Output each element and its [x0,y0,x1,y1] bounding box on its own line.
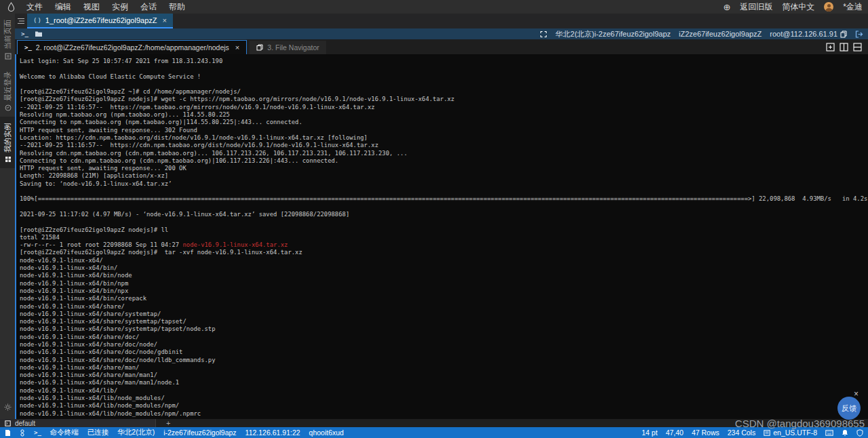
split-horizontal-icon[interactable] [853,43,862,52]
status-session-token: qhooit6xud [309,429,344,437]
copy-icon[interactable] [840,31,847,38]
add-pane-icon[interactable] [826,43,835,52]
user-name[interactable]: *金迪 [843,1,863,13]
instance-toolbar: >_ 华北2(北京)i-2ze67ifeuz62igol9apz iZ2ze67… [15,28,868,39]
menu-edit[interactable]: 编辑 [55,1,71,13]
fullscreen-icon[interactable] [540,31,547,38]
menu-bar-right: ⊕ 返回旧版 简体中文 *金迪 [723,1,863,13]
terminal-line [20,203,868,211]
terminal-line: node-v16.9.1-linux-x64/share/doc/node/ [20,341,868,349]
terminal-line: node-v16.9.1-linux-x64/lib/node_modules/ [20,395,868,402]
terminal-line: Connecting to cdn.npm.taobao.org (cdn.np… [20,157,868,165]
instance-toolbar-right: 华北2(北京)i-2ze67ifeuz62igol9apz iZ2ze67ife… [540,29,863,39]
terminal-icon: >_ [24,44,32,51]
terminal-icon: >_ [34,429,41,436]
bottom-tab-default[interactable]: default [0,419,156,427]
terminal-line: node-v16.9.1-linux-x64/bin/npx [20,287,868,295]
pane-tab-terminal[interactable]: >_ 2. root@iZ2ze67ifeuz62igol9apzZ:/home… [17,40,247,54]
terminal-line: node-v16.9.1-linux-x64/share/systemtap/t… [20,318,868,325]
terminal-line [20,65,868,73]
terminal-line: node-v16.9.1-linux-x64/lib/node_modules/… [20,410,868,418]
terminal-line: node-v16.9.1-linux-x64/bin/corepack [20,295,868,302]
terminal-line: node-v16.9.1-linux-x64/share/man/man1/ [20,372,868,379]
tools-icon[interactable] [4,403,12,411]
session-tab-label: 1_root@iZ2ze67ifeuz62igol9apzZ [45,16,157,24]
menu-help[interactable]: 帮助 [169,1,185,13]
terminal-line: total 21584 [20,234,868,241]
clipboard-icon[interactable] [5,429,11,437]
terminal-window-icon [5,420,11,426]
open-editors-icon[interactable] [17,18,25,24]
menu-file[interactable]: 文件 [26,1,43,13]
menu-view[interactable]: 视图 [83,1,100,13]
keyboard-icon[interactable] [825,430,833,436]
terminal-line: node-v16.9.1-linux-x64/ [20,257,868,264]
status-connection: 已连接 [87,428,109,437]
terminal-line [20,218,868,226]
status-encoding[interactable]: en_US.UTF-8 [773,429,817,437]
feedback-close-icon[interactable]: × [854,389,859,399]
sidebar-item-current-page[interactable]: 当前页面 [0,14,15,65]
terminal-line: node-v16.9.1-linux-x64/share/systemtap/t… [20,325,868,333]
language-selector[interactable]: 简体中文 [782,1,814,13]
logout-icon[interactable] [855,31,863,38]
terminal-line: 2021-09-25 11:17:02 (4.97 MB/s) - ‘node-… [20,211,868,218]
terminal-line: Last login: Sat Sep 25 10:57:47 2021 fro… [20,58,868,65]
session-tab-bar: () 1_root@iZ2ze67ifeuz62igol9apzZ × [15,14,868,28]
menu-bar: 文件 编辑 视图 实例 会话 帮助 ⊕ 返回旧版 简体中文 *金迪 [0,0,868,14]
status-font-size[interactable]: 14 pt [642,429,657,437]
bell-icon[interactable] [842,429,848,437]
left-sidebar: 当前页面 最近登录 我的实例 [0,14,15,419]
sidebar-item-my-instances[interactable]: 我的实例 [0,117,15,168]
instance-hostname-label: iZ2ze67ifeuz62igol9apzZ [679,30,762,38]
terminal-line: node-v16.9.1-linux-x64/bin/ [20,264,868,272]
terminal-line: node-v16.9.1-linux-x64/share/man/ [20,364,868,372]
return-old-version-link[interactable]: 返回旧版 [740,1,772,13]
clock-icon [4,104,11,111]
terminal-line: node-v16.9.1-linux-x64/lib/node_modules/… [20,402,868,410]
terminal-output[interactable]: Last login: Sat Sep 25 10:57:47 2021 fro… [15,54,868,419]
user-avatar[interactable] [824,2,833,12]
close-icon[interactable]: × [235,43,239,52]
close-icon[interactable]: × [163,16,167,24]
workbench-session-icon: () [33,17,42,24]
folder-icon[interactable] [35,31,43,37]
menu-session[interactable]: 会话 [140,1,157,13]
terminal-line [20,81,868,88]
terminal-line: node-v16.9.1-linux-x64/share/ [20,303,868,311]
terminal-line: [root@iZ2ze67ifeuz62igol9apzZ nodejs]# t… [20,249,868,256]
pane-tab-label: 2. root@iZ2ze67ifeuz62igol9apzZ:/home/ap… [36,43,229,52]
terminal-line: [root@iZ2ze67ifeuz62igol9apzZ nodejs]# w… [20,96,868,103]
sidebar-item-recent-login[interactable]: 最近登录 [0,65,15,117]
encoding-icon [764,430,770,436]
shield-icon[interactable] [856,429,863,437]
menu-instance[interactable]: 实例 [112,1,128,13]
terminal-line: --2021-09-25 11:16:57-- https://npm.taob… [20,104,868,111]
grid-icon [4,156,11,163]
status-bar-right: 14 pt 47,40 47 Rows 234 Cols en_US.UTF-8 [642,429,863,437]
split-vertical-icon[interactable] [840,43,848,52]
file-navigator-icon [256,44,263,51]
status-host-port: 112.126.61.91:22 [245,429,300,437]
session-tab-1[interactable]: () 1_root@iZ2ze67ifeuz62igol9apzZ × [27,14,173,28]
status-instance-id: i-2ze67ifeuz62igol9apz [163,429,236,437]
terminal-line: Location: https://cdn.npm.taobao.org/dis… [20,134,868,142]
terminal-icon[interactable]: >_ [21,31,28,37]
csdn-watermark: CSDN @tangdou369098655 [735,418,865,429]
instance-region-label: 华北2(北京)i-2ze67ifeuz62igol9apz [555,29,671,39]
app-logo-icon [3,2,18,12]
pane-tab-file-navigator[interactable]: 3. File Navigator [250,41,326,54]
add-terminal-tab-button[interactable]: + [166,419,170,427]
add-session-icon[interactable]: ⊕ [723,2,730,12]
status-region: 华北2(北京) [117,428,155,437]
terminal-line: Connecting to npm.taobao.org (npm.taobao… [20,119,868,126]
status-bar-left: >_ 命令终端 已连接 华北2(北京) i-2ze67ifeuz62igol9a… [5,428,344,437]
sidebar-item-label: 当前页面 [3,20,13,49]
feedback-button[interactable]: 反馈 [837,397,861,420]
terminal-line [20,188,868,195]
terminal-line: 100%[===================================… [20,195,868,203]
plug-icon[interactable] [20,429,25,437]
terminal-line: node-v16.9.1-linux-x64/share/doc/node/ll… [20,357,868,364]
terminal-line: Length: 22098868 (21M) [application/x-xz… [20,172,868,180]
terminal-line: node-v16.9.1-linux-x64/share/doc/node/gd… [20,349,868,356]
